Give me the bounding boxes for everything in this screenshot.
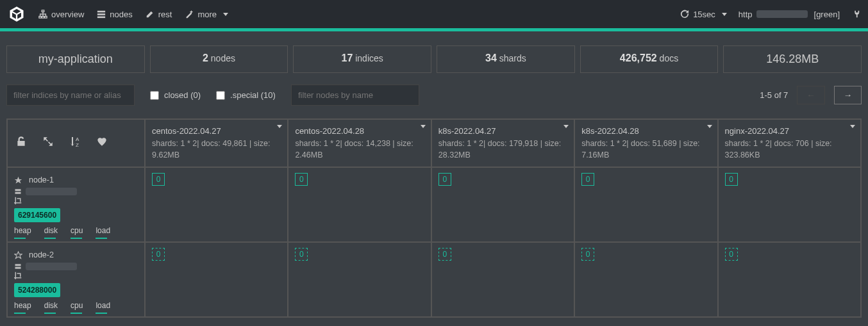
filter-row: closed (0) .special (10) 1-5 of 7 ← →: [0, 82, 868, 115]
indices-label: indices: [355, 53, 383, 63]
sort-icon[interactable]: AZ: [69, 135, 81, 152]
node-name: node-2: [29, 249, 54, 261]
svg-rect-0: [97, 11, 105, 13]
summary-size[interactable]: 146.28MB: [723, 45, 862, 73]
shard-box[interactable]: 0: [725, 173, 738, 186]
summary-indices[interactable]: 17 indices: [293, 45, 431, 73]
svg-rect-1: [97, 13, 105, 15]
metric-disk: disk: [44, 300, 58, 311]
chevron-down-icon: [223, 13, 228, 16]
metric-load: load: [96, 300, 110, 311]
index-meta: shards: 1 * 2| docs: 51,689 | size: 7.16…: [581, 138, 710, 162]
crop-icon: [14, 272, 22, 279]
summary-nodes[interactable]: 2 nodes: [150, 45, 288, 73]
shard-box[interactable]: 0: [295, 173, 308, 186]
summary-app[interactable]: my-application: [6, 45, 145, 73]
index-header[interactable]: centos-2022.04.27 shards: 1 * 2| docs: 4…: [145, 119, 288, 167]
nodes-label: nodes: [211, 53, 235, 63]
heart-icon[interactable]: [96, 136, 108, 151]
star-icon: [14, 251, 22, 259]
shard-box[interactable]: 0: [152, 248, 165, 261]
nav-rest-label: rest: [158, 10, 172, 19]
shard-box[interactable]: 0: [581, 173, 594, 186]
edit-icon: [146, 10, 154, 19]
nav-more[interactable]: more: [185, 10, 228, 19]
refresh-dropdown[interactable]: 15sec: [680, 10, 727, 19]
star-icon: [14, 176, 22, 184]
index-header[interactable]: k8s-2022.04.28 shards: 1 * 2| docs: 51,6…: [574, 119, 717, 167]
index-name: centos-2022.04.27: [152, 125, 281, 138]
node-cell: node-2 524288000 heapdiskcpuload: [7, 242, 145, 317]
index-meta: shards: 1 * 2| docs: 49,861 | size: 9.62…: [152, 138, 281, 162]
page-info: 1-5 of 7: [760, 90, 788, 100]
list-icon: [97, 10, 106, 19]
closed-checkbox[interactable]: closed (0): [150, 90, 201, 100]
shard-cell: 0: [431, 242, 574, 317]
summary-boxes: my-application 2 nodes 17 indices 34 sha…: [0, 31, 868, 82]
shards-count: 34: [485, 53, 497, 63]
app-name: my-application: [38, 53, 113, 65]
cluster-url[interactable]: http [green]: [739, 10, 840, 19]
nav-rest[interactable]: rest: [146, 10, 172, 19]
shard-box[interactable]: 0: [581, 248, 594, 261]
refresh-icon: [680, 10, 689, 19]
shard-box[interactable]: 0: [725, 248, 738, 261]
chevron-down-icon[interactable]: [707, 125, 712, 128]
shard-box[interactable]: 0: [152, 173, 165, 186]
svg-text:A: A: [76, 136, 79, 142]
shard-cell: 0: [718, 242, 861, 317]
shard-box[interactable]: 0: [438, 173, 451, 186]
index-header[interactable]: k8s-2022.04.27 shards: 1 * 2| docs: 179,…: [431, 119, 574, 167]
redacted-url: [756, 10, 808, 18]
redacted-host: [26, 188, 77, 195]
crop-icon: [14, 197, 22, 204]
index-name: centos-2022.04.28: [295, 125, 424, 138]
nav-overview[interactable]: overview: [38, 10, 84, 19]
node-metrics: heapdiskcpuload: [14, 225, 138, 236]
summary-docs[interactable]: 426,752 docs: [580, 45, 719, 73]
chevron-down-icon[interactable]: [421, 125, 426, 128]
nav-nodes-label: nodes: [110, 10, 132, 19]
unlock-icon[interactable]: [15, 136, 27, 151]
filter-nodes-input[interactable]: [291, 85, 419, 106]
navbar: overview nodes rest more 15sec http [gre…: [0, 0, 868, 28]
next-page-button[interactable]: →: [834, 86, 862, 104]
shard-cell: 0: [145, 167, 288, 242]
shard-box[interactable]: 0: [295, 248, 308, 261]
wand-icon: [185, 10, 194, 19]
index-header[interactable]: nginx-2022.04.27 shards: 1 * 2| docs: 70…: [718, 119, 861, 167]
prev-page-button[interactable]: ←: [797, 86, 824, 104]
jvm-badge: 629145600: [14, 208, 60, 222]
nav-nodes[interactable]: nodes: [97, 10, 132, 19]
index-meta: shards: 1 * 2| docs: 14,238 | size: 2.46…: [295, 138, 424, 162]
summary-shards[interactable]: 34 shards: [437, 45, 575, 73]
shard-box[interactable]: 0: [438, 248, 451, 261]
index-header[interactable]: centos-2022.04.28 shards: 1 * 2| docs: 1…: [288, 119, 431, 167]
shard-cell: 0: [431, 167, 574, 242]
plug-icon[interactable]: [851, 10, 860, 19]
index-name: k8s-2022.04.27: [438, 125, 567, 138]
shard-cell: 0: [574, 167, 717, 242]
chevron-down-icon[interactable]: [850, 125, 855, 128]
special-label: .special (10): [230, 90, 276, 100]
metric-load: load: [96, 225, 110, 236]
size-value: 146.28MB: [766, 53, 819, 65]
docs-label: docs: [660, 53, 679, 63]
nav-overview-label: overview: [51, 10, 84, 19]
redacted-host: [26, 263, 77, 270]
filter-indices-input[interactable]: [6, 85, 135, 106]
svg-text:Z: Z: [76, 142, 79, 148]
refresh-value: 15sec: [693, 10, 715, 19]
nav-more-label: more: [197, 10, 217, 19]
node-cell: node-1 629145600 heapdiskcpuload: [7, 167, 145, 242]
metric-heap: heap: [14, 300, 31, 311]
metric-cpu: cpu: [71, 300, 83, 311]
metric-cpu: cpu: [71, 225, 83, 236]
expand-icon[interactable]: [42, 136, 54, 151]
shard-cell: 0: [288, 242, 431, 317]
grid-tools-header: AZ: [7, 119, 145, 167]
chevron-down-icon: [722, 13, 727, 16]
chevron-down-icon[interactable]: [563, 125, 569, 128]
chevron-down-icon[interactable]: [277, 125, 282, 128]
special-checkbox[interactable]: .special (10): [216, 90, 276, 100]
